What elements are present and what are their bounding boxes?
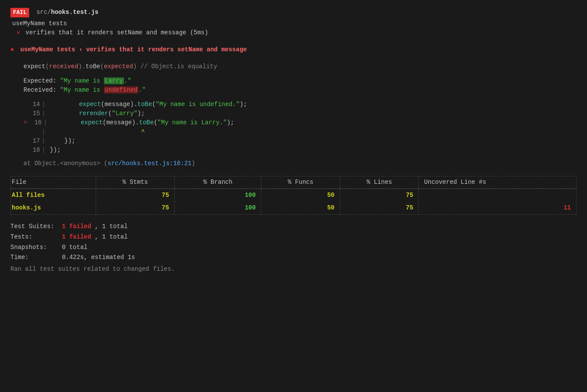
cov-file-allfiles: All files: [11, 189, 96, 202]
summary-tests: Tests: 1 failed , 1 total: [10, 232, 577, 243]
cov-funcs-hooksjs: 50: [261, 202, 340, 215]
col-header-file: File: [11, 176, 96, 188]
col-header-lines: % Lines: [340, 176, 419, 188]
time-val: 0.422s, estimated 1s: [62, 254, 135, 261]
col-header-funcs: % Funcs: [261, 176, 340, 188]
active-indicator: >: [23, 118, 30, 127]
result-block: Expected: "My name is Larry." Received: …: [23, 76, 577, 95]
coverage-row-hooksjs: hooks.js 75 100 50 75 11: [11, 202, 577, 215]
code-line-18: 18 | });: [23, 146, 577, 155]
col-header-uncov: Uncovered Line #s: [419, 176, 577, 188]
error-title-block: ● useMyName tests › verifies that it ren…: [10, 45, 577, 54]
snapshots-label: Snapshots:: [10, 243, 58, 253]
expected-line: Expected: "My name is Larry.": [23, 76, 577, 86]
code-line-15: 15 | rerender("Larry");: [23, 109, 577, 118]
expect-line: expect(received).toBe(expected) // Objec…: [23, 62, 577, 71]
code-line-16: > 16 | expect(message).toBe("My name is …: [23, 118, 577, 127]
tests-failed: 1 failed: [62, 233, 91, 240]
x-mark: ✕: [17, 29, 20, 36]
cov-branch-allfiles: 100: [174, 189, 261, 202]
summary-suites: Test Suites: 1 failed , 1 total: [10, 222, 577, 232]
cov-stmts-allfiles: 75: [96, 189, 174, 202]
code-line-17: 17 | });: [23, 136, 577, 146]
col-header-branch: % Branch: [174, 176, 261, 188]
at-line: at Object.<anonymous> (src/hooks.test.js…: [23, 159, 577, 168]
suite-name: useMyName tests: [12, 19, 577, 28]
cov-lines-hooksjs: 75: [340, 202, 419, 215]
sep-row-2: [11, 214, 577, 215]
summary-snapshots: Snapshots: 0 total: [10, 243, 577, 253]
tests-label: Tests:: [10, 232, 58, 243]
code-line-14: 14 | expect(message).toBe("My name is un…: [23, 100, 577, 109]
snapshots-val: 0 total: [62, 244, 87, 251]
test-fail-line: ✕ verifies that it renders setName and m…: [17, 28, 577, 37]
col-header-stmts: % Stmts: [96, 176, 174, 188]
coverage-table: File % Stmts % Branch % Funcs % Lines Un…: [10, 176, 577, 215]
cov-lines-allfiles: 75: [340, 189, 419, 202]
cov-uncov-allfiles: [419, 189, 577, 202]
tests-total: , 1 total: [95, 233, 128, 240]
received-highlight: undefined: [104, 86, 139, 93]
summary-block: Test Suites: 1 failed , 1 total Tests: 1…: [10, 222, 577, 263]
cov-stmts-hooksjs: 75: [96, 202, 174, 215]
suites-total: , 1 total: [95, 223, 128, 230]
caret-line: | ^: [23, 127, 577, 136]
code-block: 14 | expect(message).toBe("My name is un…: [23, 100, 577, 155]
error-title: useMyName tests › verifies that it rende…: [20, 46, 247, 53]
cov-uncov-hooksjs: 11: [419, 202, 577, 215]
cov-branch-hooksjs: 100: [174, 202, 261, 215]
at-link: src/hooks.test.js:16:21: [107, 160, 191, 167]
time-label: Time:: [10, 252, 58, 263]
cov-file-hooksjs: hooks.js: [11, 202, 96, 215]
suites-label: Test Suites:: [10, 222, 58, 232]
summary-time: Time: 0.422s, estimated 1s: [10, 252, 577, 263]
error-dot: ●: [10, 46, 14, 53]
coverage-row-allfiles: All files 75 100 50 75: [11, 189, 577, 202]
fail-badge: FAIL: [10, 8, 29, 17]
suites-failed: 1 failed: [62, 223, 91, 230]
file-path: src/hooks.test.js: [37, 9, 99, 16]
expected-highlight: Larry: [104, 77, 124, 84]
footer-note: Ran all test suites related to changed f…: [10, 265, 577, 274]
cov-funcs-allfiles: 50: [261, 189, 340, 202]
received-line: Received: "My name is undefined.": [23, 86, 577, 95]
